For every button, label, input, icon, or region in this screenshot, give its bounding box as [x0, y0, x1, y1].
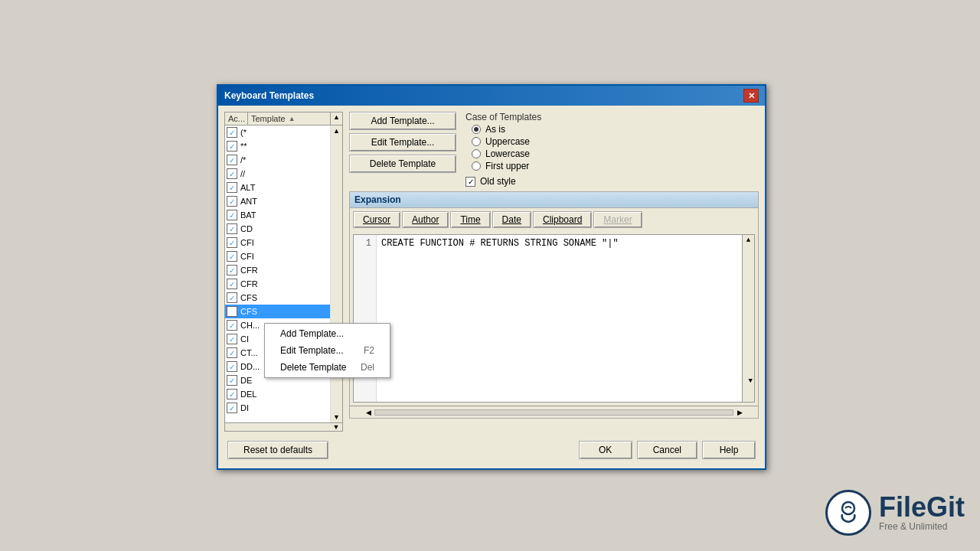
delete-template-button[interactable]: Delete Template	[349, 155, 456, 173]
item-checkbox[interactable]: ✓	[227, 306, 237, 317]
list-item[interactable]: ✓CD	[225, 222, 342, 236]
ok-button[interactable]: OK	[579, 441, 632, 459]
list-item[interactable]: ✓CFR	[225, 263, 342, 277]
list-item[interactable]: ✓CFI	[225, 249, 342, 263]
list-item[interactable]: ✓DI	[225, 401, 342, 415]
clipboard-button[interactable]: Clipboard	[533, 211, 592, 228]
cursor-button[interactable]: Cursor	[353, 211, 400, 228]
context-menu: Add Template... Edit Template... F2 Dele…	[264, 323, 390, 378]
title-bar: Keyboard Templates ✕	[218, 86, 765, 106]
list-item[interactable]: ✓**	[225, 139, 342, 153]
edit-template-button[interactable]: Edit Template...	[349, 133, 456, 152]
context-edit-shortcut: F2	[364, 345, 374, 356]
list-item[interactable]: ✓CFI	[225, 236, 342, 249]
item-checkbox[interactable]: ✓	[227, 251, 237, 262]
cancel-button[interactable]: Cancel	[637, 441, 697, 459]
list-item[interactable]: ✓ALT	[225, 181, 342, 194]
radio-uppercase-circle	[472, 137, 481, 146]
item-checkbox[interactable]: ✓	[227, 196, 237, 207]
sort-arrow-icon: ▲	[289, 115, 296, 122]
list-item[interactable]: ✓BAT	[225, 208, 342, 222]
old-style-checkbox[interactable]: ✓	[466, 177, 475, 187]
code-content[interactable]: CREATE FUNCTION # RETURNS STRING SONAME …	[377, 235, 742, 402]
list-scroll-down[interactable]: ▼	[330, 423, 342, 431]
editor-scrollbar-down[interactable]: ▼	[747, 376, 754, 386]
old-style-label: Old style	[480, 176, 516, 187]
editor-hscrollbar[interactable]: ◀ ▶	[350, 406, 758, 418]
radio-first-upper[interactable]: First upper	[472, 161, 541, 171]
left-panel: Ac... Template ▲ ▲ ▲ ▼	[224, 112, 343, 432]
date-button[interactable]: Date	[492, 211, 531, 228]
list-item[interactable]: ✓CFS	[225, 291, 342, 305]
item-checkbox[interactable]: ✓	[227, 279, 237, 289]
dialog-content: Ac... Template ▲ ▲ ▲ ▼	[218, 106, 765, 468]
list-item-selected[interactable]: ✓CFS	[225, 305, 342, 318]
radio-as-is-label: As is	[485, 124, 505, 135]
action-buttons: Add Template... Edit Template... Delete …	[349, 112, 456, 187]
list-item[interactable]: ✓/*	[225, 153, 342, 167]
case-section: Case of Templates As is Uppercase	[466, 112, 541, 187]
list-header-ac: Ac...	[225, 112, 248, 125]
radio-as-is-circle	[472, 125, 481, 134]
radio-uppercase[interactable]: Uppercase	[472, 136, 541, 147]
time-button[interactable]: Time	[450, 211, 490, 228]
list-item[interactable]: ✓DEL	[225, 387, 342, 401]
reset-defaults-button[interactable]: Reset to defaults	[227, 441, 328, 459]
radio-lowercase[interactable]: Lowercase	[472, 148, 541, 159]
context-add-label: Add Template...	[280, 328, 344, 339]
item-checkbox[interactable]: ✓	[227, 375, 237, 386]
item-checkbox[interactable]: ✓	[227, 320, 237, 331]
item-checkbox[interactable]: ✓	[227, 168, 237, 179]
item-checkbox[interactable]: ✓	[227, 182, 237, 193]
template-list[interactable]: ▲ ▼ ✓(* ✓** ✓/* ✓// ✓ALT ✓ANT ✓BAT ✓CD	[224, 125, 343, 423]
radio-first-upper-label: First upper	[485, 161, 529, 171]
expansion-section: Expansion Cursor Author Time Date Clipbo…	[349, 191, 759, 419]
item-checkbox[interactable]: ✓	[227, 292, 237, 303]
item-checkbox[interactable]: ✓	[227, 361, 237, 372]
item-checkbox[interactable]: ✓	[227, 210, 237, 220]
author-button[interactable]: Author	[402, 211, 449, 228]
add-template-button[interactable]: Add Template...	[349, 112, 456, 130]
item-checkbox[interactable]: ✓	[227, 334, 237, 344]
item-checkbox[interactable]: ✓	[227, 237, 237, 248]
item-checkbox[interactable]: ✓	[227, 347, 237, 358]
context-edit-label: Edit Template...	[280, 345, 344, 356]
context-edit-template[interactable]: Edit Template... F2	[265, 342, 390, 359]
editor-scrollbar-up[interactable]: ▲	[743, 235, 754, 246]
svg-point-0	[842, 502, 854, 514]
filegit-text: FileGit Free & Unlimited	[879, 494, 965, 532]
main-row: Ac... Template ▲ ▲ ▲ ▼	[224, 112, 759, 432]
item-checkbox[interactable]: ✓	[227, 389, 237, 399]
item-checkbox[interactable]: ✓	[227, 403, 237, 413]
hscroll-track[interactable]	[374, 409, 733, 416]
item-checkbox[interactable]: ✓	[227, 141, 237, 152]
list-scrollbar-up[interactable]: ▲	[331, 126, 342, 136]
list-item[interactable]: ✓(*	[225, 126, 342, 139]
radio-uppercase-label: Uppercase	[485, 136, 530, 147]
radio-group: As is Uppercase Lowercase	[466, 124, 541, 171]
list-item[interactable]: ✓//	[225, 167, 342, 181]
list-scroll-up[interactable]: ▲	[330, 112, 342, 125]
help-button[interactable]: Help	[702, 441, 756, 459]
item-checkbox[interactable]: ✓	[227, 265, 237, 276]
case-title: Case of Templates	[466, 112, 541, 122]
list-item[interactable]: ✓CFR	[225, 277, 342, 291]
hscroll-left[interactable]: ◀	[362, 409, 374, 416]
hscroll-right[interactable]: ▶	[733, 409, 746, 416]
expansion-editor[interactable]: 1 CREATE FUNCTION # RETURNS STRING SONAM…	[353, 234, 755, 403]
context-delete-label: Delete Template	[280, 362, 347, 373]
marker-button[interactable]: Marker	[593, 211, 642, 228]
editor-scrollbar[interactable]: ▲ ▼	[742, 235, 754, 402]
footer-left: Reset to defaults	[227, 441, 328, 459]
item-checkbox[interactable]: ✓	[227, 223, 237, 234]
context-delete-template[interactable]: Delete Template Del	[265, 359, 390, 376]
context-add-template[interactable]: Add Template...	[265, 325, 390, 342]
right-panel: Add Template... Edit Template... Delete …	[349, 112, 759, 432]
item-checkbox[interactable]: ✓	[227, 155, 237, 165]
item-checkbox[interactable]: ✓	[227, 127, 237, 138]
close-button[interactable]: ✕	[743, 89, 759, 103]
list-item[interactable]: ✓ANT	[225, 194, 342, 208]
keyboard-templates-dialog: Keyboard Templates ✕ Ac... Template ▲ ▲	[217, 84, 766, 470]
list-scrollbar-down[interactable]: ▼	[331, 412, 342, 422]
radio-as-is[interactable]: As is	[472, 124, 541, 135]
